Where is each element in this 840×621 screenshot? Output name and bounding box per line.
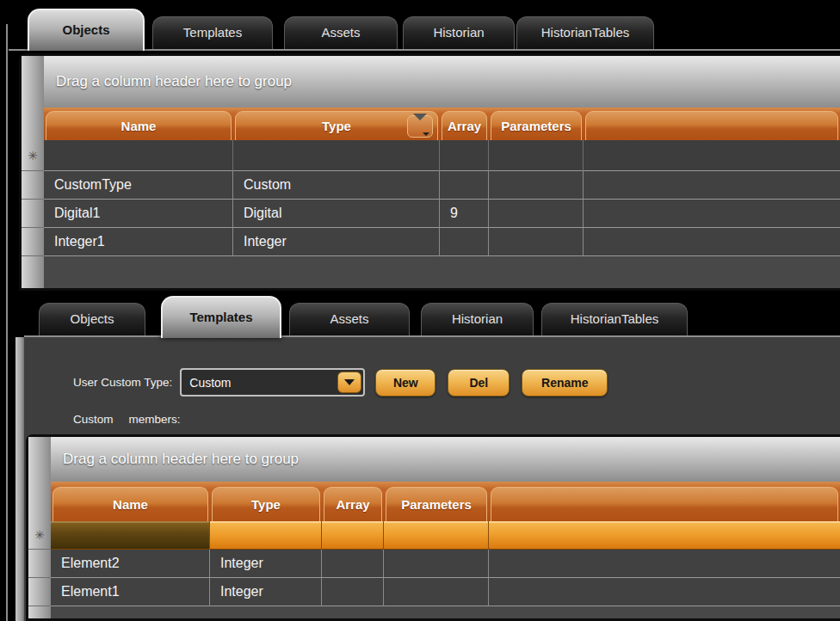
column-header-empty: [585, 111, 838, 140]
row-marker[interactable]: [28, 550, 51, 578]
new-row-marker-icon[interactable]: ✳: [22, 140, 44, 171]
members-label: Custom members:: [73, 413, 181, 426]
column-header-type-label: Type: [322, 119, 351, 133]
templates-panel: User Custom Type: Custom New Del Rename …: [15, 337, 840, 621]
objects-grid: ✳ Drag a column header here to group Nam…: [19, 53, 840, 291]
cell-type[interactable]: Custom: [233, 171, 440, 200]
filter-funnel-icon[interactable]: [407, 115, 433, 138]
cell-array[interactable]: [440, 171, 489, 200]
chevron-down-icon[interactable]: [337, 372, 361, 393]
members-suffix: members:: [129, 413, 181, 426]
cell-name[interactable]: Integer1: [44, 228, 233, 256]
row-marker[interactable]: [28, 578, 51, 606]
cell-name[interactable]: CustomType: [44, 171, 233, 200]
column-header-empty: [491, 487, 838, 521]
members-type-name: Custom: [73, 413, 114, 426]
cell-parameters[interactable]: [489, 171, 584, 200]
selected-cell[interactable]: [51, 521, 210, 550]
column-header-array[interactable]: Array: [324, 487, 382, 521]
cell-array[interactable]: [322, 578, 384, 606]
window-left-border: [6, 24, 8, 621]
cell-array[interactable]: [440, 228, 489, 256]
cell-array[interactable]: 9: [440, 200, 489, 228]
cell-parameters[interactable]: [384, 550, 489, 578]
column-header-name[interactable]: Name: [52, 487, 208, 521]
cell-name[interactable]: Digital1: [44, 200, 233, 228]
column-header-parameters[interactable]: Parameters: [491, 111, 582, 140]
table-row[interactable]: Digital1 Digital 9: [44, 200, 840, 228]
new-row-selected[interactable]: [51, 521, 840, 550]
tab-templates-bottom[interactable]: Templates: [161, 296, 281, 338]
group-by-drop-zone[interactable]: Drag a column header here to group: [51, 437, 840, 482]
column-header-row: Name Type Array Parameters: [51, 482, 840, 521]
new-row-marker-icon[interactable]: ✳: [28, 521, 51, 550]
members-grid: ✳ Drag a column header here to group Nam…: [26, 434, 840, 621]
cell-type[interactable]: Integer: [233, 228, 440, 256]
table-row[interactable]: CustomType Custom: [44, 171, 840, 200]
cell-array[interactable]: [322, 550, 384, 578]
tab-assets-bottom[interactable]: Assets: [289, 303, 410, 335]
grid-empty-area: [51, 606, 840, 618]
del-button[interactable]: Del: [448, 369, 510, 397]
row-marker[interactable]: [22, 200, 44, 228]
cell-type[interactable]: Digital: [233, 200, 440, 228]
tab-historian-top[interactable]: Historian: [403, 16, 515, 49]
cell-name[interactable]: Element1: [51, 578, 210, 606]
new-button[interactable]: New: [375, 369, 435, 397]
grid-empty-area: [44, 256, 840, 288]
row-marker-strip: ✳: [28, 437, 51, 618]
column-header-name[interactable]: Name: [46, 111, 232, 140]
column-header-row: Name Type Array Parameters: [44, 108, 840, 140]
tab-assets-top[interactable]: Assets: [284, 16, 398, 49]
cell-name[interactable]: Element2: [51, 550, 210, 578]
cell-type[interactable]: Integer: [210, 578, 322, 606]
tab-objects-bottom[interactable]: Objects: [39, 303, 145, 335]
table-row[interactable]: Element2 Integer: [51, 550, 840, 578]
group-by-drop-zone[interactable]: Drag a column header here to group: [44, 56, 840, 108]
column-header-type[interactable]: Type: [212, 487, 320, 521]
dropdown-selected-value: Custom: [189, 376, 231, 390]
tab-historiantables-top[interactable]: HistorianTables: [516, 16, 654, 49]
cell-parameters[interactable]: [489, 228, 584, 256]
column-header-type[interactable]: Type: [235, 111, 438, 140]
tab-objects-top[interactable]: Objects: [28, 9, 145, 51]
custom-type-dropdown[interactable]: Custom: [180, 368, 365, 397]
row-marker[interactable]: [22, 228, 44, 256]
tab-historian-bottom[interactable]: Historian: [421, 303, 534, 335]
column-header-parameters[interactable]: Parameters: [386, 487, 487, 521]
table-row[interactable]: Integer1 Integer: [44, 228, 840, 256]
row-marker[interactable]: [22, 171, 44, 200]
rename-button[interactable]: Rename: [522, 369, 608, 397]
panel-left-edge: [15, 337, 24, 621]
column-header-array[interactable]: Array: [442, 111, 487, 140]
tab-historiantables-bottom[interactable]: HistorianTables: [541, 303, 688, 335]
user-custom-type-label: User Custom Type:: [73, 376, 172, 389]
row-marker-strip: ✳: [22, 56, 44, 288]
new-row[interactable]: [44, 140, 840, 171]
cell-type[interactable]: Integer: [210, 550, 322, 578]
bottom-tabstrip-divider: [24, 335, 840, 337]
tab-templates-top[interactable]: Templates: [152, 16, 273, 49]
cell-parameters[interactable]: [384, 578, 489, 606]
table-row[interactable]: Element1 Integer: [51, 578, 840, 606]
cell-parameters[interactable]: [489, 200, 584, 228]
